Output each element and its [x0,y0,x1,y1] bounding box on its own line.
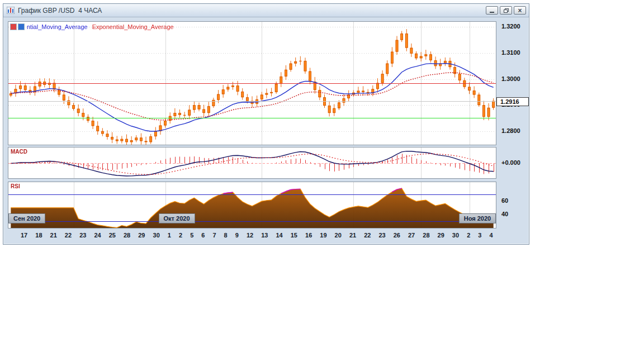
time-tick: 2 [467,232,470,239]
time-tick: 7 [212,232,216,239]
macd-axis: +0.000 [497,147,528,178]
time-tick: 29 [138,232,145,239]
macd-panel: MACD [8,147,496,178]
time-tick: 23 [79,232,86,239]
time-tick: 4 [489,232,493,239]
rsi-axis: 6040 [497,182,528,228]
time-tick: 1 [168,232,171,239]
time-tick: 9 [235,232,239,239]
time-tick: 2 [179,232,182,239]
time-tick: 19 [320,232,326,239]
month-badge[interactable]: Ноя 2020 [459,213,496,223]
time-tick: 21 [50,232,57,239]
time-tick: 12 [247,232,253,239]
price-axis-label: 1.3000 [501,75,520,82]
blue-marker-button[interactable] [18,23,25,30]
rsi-canvas[interactable] [8,182,496,228]
close-icon: × [518,7,522,14]
time-tick: 22 [65,232,72,239]
time-tick: 14 [276,232,282,239]
rsi-panel: RSI [8,182,496,228]
red-marker-button[interactable] [10,23,17,30]
price-chart-canvas[interactable] [8,22,496,145]
chart-window: График GBP /USD 4 ЧАСА × ntial_Moving_Av… [3,3,529,245]
time-tick: 25 [109,232,116,239]
time-tick: 20 [335,232,342,239]
time-tick: 23 [378,232,385,239]
price-axis: 1.32001.31001.30001.29001.2800 [497,22,528,145]
month-badge[interactable]: Сен 2020 [8,213,45,223]
minimize-button[interactable] [486,6,498,15]
macd-label: MACD [11,149,27,155]
price-axis-label: 1.2800 [501,127,520,134]
time-tick: 13 [261,232,268,239]
time-tick: 16 [305,232,312,239]
restore-button[interactable] [500,6,512,15]
time-tick: 28 [423,232,429,239]
time-tick: 30 [153,232,160,239]
chart-window-icon [6,7,15,15]
macd-canvas[interactable] [8,147,496,178]
rsi-axis-label: 40 [501,211,508,217]
price-axis-label: 1.3200 [501,23,520,30]
restore-icon [504,8,509,13]
time-tick: 28 [124,232,130,239]
time-tick: 30 [452,232,459,239]
price-panel: ntial_Moving_Average Exponential_Moving_… [8,22,496,145]
rsi-axis-label: 60 [501,197,508,204]
close-button[interactable]: × [514,6,526,15]
minimize-icon [490,12,494,13]
time-tick: 3 [478,232,481,239]
chart-client-area: ntial_Moving_Average Exponential_Moving_… [3,17,529,244]
titlebar[interactable]: График GBP /USD 4 ЧАСА × [3,4,529,17]
time-tick: 18 [35,232,42,239]
current-price-tag: 1.2916 [496,97,529,106]
time-tick: 21 [349,232,356,239]
time-tick: 17 [21,232,27,239]
time-tick: 5 [190,232,193,239]
macd-axis-label: +0.000 [501,159,520,166]
time-tick: 15 [291,232,297,239]
window-controls: × [486,6,526,15]
time-tick: 8 [224,232,228,239]
time-tick: 6 [201,232,205,239]
month-badge[interactable]: Окт 2020 [159,213,195,223]
time-tick: 26 [394,232,400,239]
indicator-legend: ntial_Moving_Average Exponential_Moving_… [10,23,174,30]
time-tick: 24 [94,232,101,239]
time-tick: 22 [364,232,371,239]
rsi-label: RSI [11,183,20,189]
price-axis-label: 1.3100 [501,49,520,56]
ema-fast-label: ntial_Moving_Average [27,23,88,30]
ema-slow-label: Exponential_Moving_Average [92,23,174,30]
time-tick: 27 [408,232,415,239]
window-title: График GBP /USD 4 ЧАСА [18,7,102,15]
time-tick: 29 [438,232,444,239]
time-axis[interactable]: 1718212223242528293012567891213141516192… [8,232,496,239]
